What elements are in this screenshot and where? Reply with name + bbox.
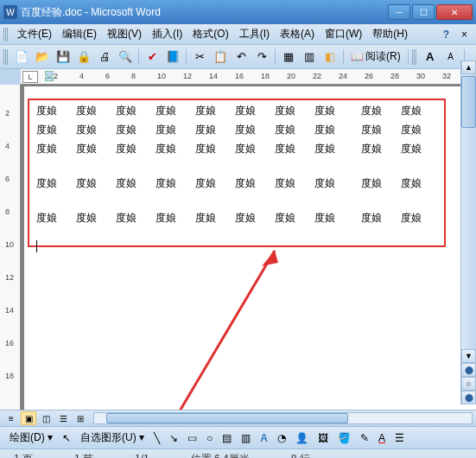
text-word: 度娘 xyxy=(235,105,275,116)
status-position: 位置 6.4厘米 xyxy=(191,452,250,459)
picture-button[interactable]: 🖼 xyxy=(314,432,332,444)
normal-view-button[interactable]: ≡ xyxy=(3,411,19,425)
standard-toolbar: 📄 📂 💾 🔒 🖨 🔍 ✔ 📘 ✂ 📋 ↶ ↷ ▦ ▥ ◧ 📖 阅读(R) A … xyxy=(0,45,476,69)
close-doc-button[interactable]: × xyxy=(456,29,473,41)
text-word: 度娘 xyxy=(155,178,195,188)
textbox-button[interactable]: ▤ xyxy=(219,432,235,444)
text-word: 度娘 xyxy=(361,213,401,223)
drawing-button[interactable]: ◧ xyxy=(321,48,340,67)
grip-icon xyxy=(412,49,417,65)
font-size-button[interactable]: A xyxy=(421,48,440,67)
text-word: 度娘 xyxy=(116,213,155,223)
title-bar: W 百度经验.doc - Microsoft Word ─ ☐ ✕ xyxy=(0,0,476,24)
text-word: 度娘 xyxy=(314,178,354,188)
new-button[interactable]: 📄 xyxy=(12,48,31,67)
horizontal-scrollbar[interactable] xyxy=(93,412,473,424)
autoshapes-menu[interactable]: 自选图形(U) ▾ xyxy=(77,430,148,445)
research-button[interactable]: 📘 xyxy=(163,48,182,67)
menu-file[interactable]: 文件(E) xyxy=(12,25,57,43)
line-color-button[interactable]: ✎ xyxy=(357,432,372,444)
vertical-scrollbar[interactable]: ▲ ▼ ⬤ ○ ⬤ xyxy=(460,60,476,404)
vertical-ruler[interactable]: 24681012141618 xyxy=(0,85,21,410)
text-word: 度娘 xyxy=(116,105,155,116)
close-button[interactable]: ✕ xyxy=(436,4,473,20)
table-button[interactable]: ▦ xyxy=(279,48,298,67)
arrow-button[interactable]: ↘ xyxy=(166,432,181,444)
reading-layout-button[interactable]: ◫ xyxy=(38,411,54,425)
text-word: 度娘 xyxy=(155,105,195,116)
tab-selector[interactable]: L xyxy=(22,71,38,83)
app-icon: W xyxy=(3,5,17,19)
scroll-down-button[interactable]: ▼ xyxy=(461,349,476,363)
annotation-arrow-icon xyxy=(93,242,318,410)
document-page[interactable]: 度娘度娘度娘度娘度娘度娘度娘度娘度娘度娘度娘度娘度娘度娘度娘度娘度娘度娘度娘度娘… xyxy=(24,86,476,410)
paste-button[interactable]: 📋 xyxy=(211,48,230,67)
menu-table[interactable]: 表格(A) xyxy=(275,25,320,43)
menu-format[interactable]: 格式(O) xyxy=(187,25,233,43)
horizontal-ruler[interactable]: L 2468101214161820222426283032 xyxy=(21,69,476,85)
wordart-button[interactable]: A xyxy=(257,432,271,444)
view-bar: ≡ ▣ ◫ ☰ ⊞ xyxy=(0,410,476,427)
text-word: 度娘 xyxy=(155,143,195,154)
next-page-button[interactable]: ⬤ xyxy=(461,391,476,404)
menu-insert[interactable]: 插入(I) xyxy=(147,25,187,43)
prev-page-button[interactable]: ⬤ xyxy=(461,363,476,377)
cut-button[interactable]: ✂ xyxy=(190,48,209,67)
outline-view-button[interactable]: ☰ xyxy=(55,411,71,425)
print-layout-button[interactable]: ▣ xyxy=(21,411,36,425)
text-word: 度娘 xyxy=(235,213,275,223)
text-word: 度娘 xyxy=(275,124,314,135)
text-word: 度娘 xyxy=(361,105,401,116)
open-button[interactable]: 📂 xyxy=(33,48,52,67)
text-word: 度娘 xyxy=(361,143,401,154)
diagram-button[interactable]: ◔ xyxy=(274,432,289,444)
menu-tools[interactable]: 工具(I) xyxy=(234,25,275,43)
print-button[interactable]: 🖨 xyxy=(95,48,114,67)
text-row: 度娘度娘度娘度娘度娘度娘度娘度娘度娘度娘 xyxy=(36,178,441,188)
reading-mode-button[interactable]: 📖 阅读(R) xyxy=(347,48,404,66)
scroll-up-button[interactable]: ▲ xyxy=(461,60,476,74)
rectangle-button[interactable]: ▭ xyxy=(184,432,200,444)
columns-button[interactable]: ▥ xyxy=(300,48,319,67)
vtextbox-button[interactable]: ▥ xyxy=(238,432,254,444)
text-word: 度娘 xyxy=(314,124,354,135)
spell-button[interactable]: ✔ xyxy=(143,48,162,67)
maximize-button[interactable]: ☐ xyxy=(412,4,435,20)
status-page: 1 页 xyxy=(14,452,33,459)
font-color-button[interactable]: A xyxy=(375,432,389,444)
permission-button[interactable]: 🔒 xyxy=(74,48,93,67)
clipart-button[interactable]: 👤 xyxy=(292,432,312,444)
window-title: 百度经验.doc - Microsoft Word xyxy=(21,5,388,20)
text-word: 度娘 xyxy=(314,105,354,116)
hscroll-thumb[interactable] xyxy=(106,413,348,423)
draw-menu[interactable]: 绘图(D) ▾ xyxy=(6,430,56,445)
line-button[interactable]: ╲ xyxy=(150,432,163,444)
undo-button[interactable]: ↶ xyxy=(232,48,251,67)
grip-icon xyxy=(3,49,9,65)
save-button[interactable]: 💾 xyxy=(54,48,73,67)
font-size-down-button[interactable]: A xyxy=(441,48,460,67)
minimize-button[interactable]: ─ xyxy=(388,4,410,20)
document-text[interactable]: 度娘度娘度娘度娘度娘度娘度娘度娘度娘度娘度娘度娘度娘度娘度娘度娘度娘度娘度娘度娘… xyxy=(36,105,441,232)
web-layout-button[interactable]: ⊞ xyxy=(73,411,88,425)
line-style-button[interactable]: ☰ xyxy=(391,432,408,444)
redo-button[interactable]: ↷ xyxy=(252,48,271,67)
text-word: 度娘 xyxy=(155,213,195,223)
select-objects-button[interactable]: ↖ xyxy=(59,432,74,444)
menu-edit[interactable]: 编辑(E) xyxy=(57,25,102,43)
fill-color-button[interactable]: 🪣 xyxy=(334,432,354,444)
oval-button[interactable]: ○ xyxy=(203,432,216,444)
menu-window[interactable]: 窗口(W) xyxy=(320,25,367,43)
text-word: 度娘 xyxy=(401,105,441,116)
text-word: 度娘 xyxy=(76,124,116,135)
text-word: 度娘 xyxy=(76,213,116,223)
help-icon[interactable]: ? xyxy=(436,29,456,41)
text-word: 度娘 xyxy=(36,213,76,223)
menu-view[interactable]: 视图(V) xyxy=(102,25,147,43)
scroll-thumb[interactable] xyxy=(461,76,476,128)
text-row: 度娘度娘度娘度娘度娘度娘度娘度娘度娘度娘 xyxy=(36,213,441,223)
menu-help[interactable]: 帮助(H) xyxy=(367,25,413,43)
text-word: 度娘 xyxy=(195,105,235,116)
preview-button[interactable]: 🔍 xyxy=(116,48,135,67)
browse-object-button[interactable]: ○ xyxy=(461,377,476,391)
